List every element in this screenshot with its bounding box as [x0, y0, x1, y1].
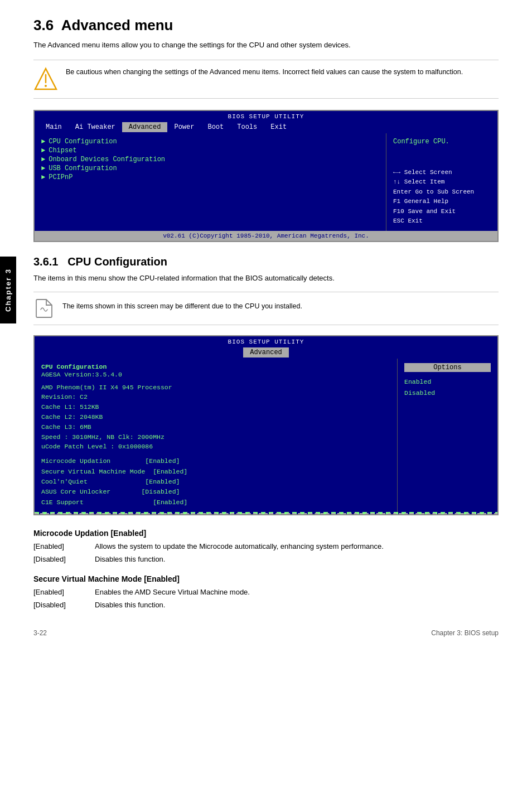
- arrow-icon-0: ►: [41, 138, 45, 146]
- svm-heading: Secure Virtual Machine Mode [Enabled]: [33, 574, 499, 583]
- bios-menu-item-1[interactable]: ► Chipset: [41, 147, 379, 154]
- arrow-icon-1: ►: [41, 147, 45, 154]
- key-goto-sub: Enter Go to Sub Screen: [393, 187, 491, 197]
- bios2-setting-1[interactable]: Secure Virtual Machine Mode [Enabled]: [41, 467, 390, 477]
- arrow-icon-3: ►: [41, 165, 45, 172]
- bios-menu-item-2[interactable]: ► Onboard Devices Configuration: [41, 156, 379, 163]
- bios-nav-boot[interactable]: Boot: [201, 122, 230, 132]
- bios2-option-disabled[interactable]: Disabled: [404, 388, 491, 399]
- svm-key-1: [Disabled]: [33, 600, 95, 611]
- bios2-cpu-config-label: CPU Configuration: [41, 363, 390, 370]
- bios-nav-advanced[interactable]: Advanced: [122, 122, 168, 132]
- bios2-left-panel: CPU Configuration AGESA Version:3.5.4.0 …: [35, 359, 397, 513]
- microcode-row-0: [Enabled] Allows the system to update th…: [33, 541, 499, 552]
- bios2-option-enabled[interactable]: Enabled: [404, 376, 491, 388]
- bios-nav-aitweaker[interactable]: Ai Tweaker: [69, 122, 122, 132]
- chapter-tab: Chapter 3: [0, 257, 16, 323]
- bios-menu-list: ► CPU Configuration ► Chipset ► Onboard …: [35, 133, 386, 231]
- note-text: The items shown in this screen may be di…: [62, 298, 302, 312]
- bios-nav-tools[interactable]: Tools: [230, 122, 264, 132]
- bios2-dashed-line: [35, 512, 497, 514]
- bios2-options-list: Enabled Disabled: [404, 376, 491, 399]
- key-esc-exit: ESC Exit: [393, 216, 491, 226]
- warning-text: Be cautious when changing the settings o…: [66, 67, 463, 78]
- bios2-options-header: Options: [404, 363, 491, 372]
- microcode-key-1: [Disabled]: [33, 554, 95, 565]
- footer-chapter-label: Chapter 3: BIOS setup: [431, 629, 499, 637]
- svm-val-0: Enables the AMD Secure Virtual Machine m…: [95, 587, 499, 598]
- arrow-icon-2: ►: [41, 156, 45, 163]
- bios-screen-2: BIOS SETUP UTILITY Advanced CPU Configur…: [33, 335, 499, 516]
- microcode-table: [Enabled] Allows the system to update th…: [33, 541, 499, 564]
- bios2-setting-0[interactable]: Microcode Updation [Enabled]: [41, 456, 390, 466]
- bios-nav-1: Main Ai Tweaker Advanced Power Boot Tool…: [35, 121, 497, 133]
- bios-nav-main[interactable]: Main: [39, 122, 69, 132]
- warning-icon: [33, 67, 58, 91]
- cpu-info-0: AMD Phenom(tm) II X4 945 Processor: [41, 383, 390, 393]
- bios2-right-panel: Options Enabled Disabled: [397, 359, 497, 513]
- warning-box: Be cautious when changing the settings o…: [33, 60, 499, 99]
- microcode-row-1: [Disabled] Disables this function.: [33, 554, 499, 565]
- cpu-info-6: uCode Patch Level : 0x1000086: [41, 442, 390, 452]
- svg-point-5: [45, 85, 47, 87]
- cpu-info-3: Cache L2: 2048KB: [41, 412, 390, 422]
- key-select-item: ↑↓ Select Item: [393, 177, 491, 187]
- bios-nav-power[interactable]: Power: [167, 122, 201, 132]
- svm-table: [Enabled] Enables the AMD Secure Virtual…: [33, 587, 499, 610]
- bios-header-1: BIOS SETUP UTILITY: [35, 111, 497, 121]
- microcode-val-0: Allows the system to update the Microcod…: [95, 541, 499, 552]
- svm-val-1: Disables this function.: [95, 600, 499, 611]
- svm-row-1: [Disabled] Disables this function.: [33, 600, 499, 611]
- bios-body-1: ► CPU Configuration ► Chipset ► Onboard …: [35, 133, 497, 231]
- subsection-description: The items in this menu show the CPU-rela…: [33, 273, 499, 284]
- microcode-key-0: [Enabled]: [33, 541, 95, 552]
- note-box: The items shown in this screen may be di…: [33, 292, 499, 325]
- microcode-section: Microcode Updation [Enabled] [Enabled] A…: [33, 529, 499, 564]
- bios-menu-item-3[interactable]: ► USB Configuration: [41, 165, 379, 172]
- bios2-body: CPU Configuration AGESA Version:3.5.4.0 …: [35, 359, 497, 513]
- bios-nav-exit[interactable]: Exit: [264, 122, 293, 132]
- bios-footer-1: v02.61 (C)Copyright 1985-2010, American …: [35, 231, 497, 241]
- bios-right-panel-1: Configure CPU. ←→ Select Screen ↑↓ Selec…: [386, 133, 497, 231]
- bios2-setting-3[interactable]: ASUS Core Unlocker [Disabled]: [41, 487, 390, 497]
- svm-row-0: [Enabled] Enables the AMD Secure Virtual…: [33, 587, 499, 598]
- cpu-info-1: Revision: C2: [41, 392, 390, 402]
- section-description: The Advanced menu items allow you to cha…: [33, 40, 499, 51]
- note-icon: [33, 298, 55, 319]
- bios-menu-item-4[interactable]: ► PCIPnP: [41, 173, 379, 181]
- bios2-header: BIOS SETUP UTILITY: [35, 336, 497, 346]
- bios-menu-item-0[interactable]: ► CPU Configuration: [41, 138, 379, 146]
- key-save-exit: F10 Save and Exit: [393, 207, 491, 217]
- cpu-info-2: Cache L1: 512KB: [41, 402, 390, 412]
- svm-section: Secure Virtual Machine Mode [Enabled] [E…: [33, 574, 499, 610]
- bios2-setting-4[interactable]: C1E Support [Enabled]: [41, 497, 390, 508]
- bios2-settings: Microcode Updation [Enabled] Secure Virt…: [41, 456, 390, 508]
- footer-page-number: 3-22: [33, 629, 47, 637]
- bios2-setting-2[interactable]: Cool'n'Quiet [Enabled]: [41, 477, 390, 487]
- svm-key-0: [Enabled]: [33, 587, 95, 598]
- subsection-heading: 3.6.1 CPU Configuration: [33, 255, 499, 268]
- page-footer: 3-22 Chapter 3: BIOS setup: [33, 627, 499, 637]
- arrow-icon-4: ►: [41, 173, 45, 181]
- key-general-help: F1 General Help: [393, 197, 491, 207]
- bios2-agesa-version: AGESA Version:3.5.4.0: [41, 371, 390, 378]
- section-heading: 3.6 Advanced menu: [33, 17, 499, 34]
- microcode-heading: Microcode Updation [Enabled]: [33, 529, 499, 538]
- bios-right-keys: ←→ Select Screen ↑↓ Select Item Enter Go…: [393, 168, 491, 227]
- cpu-info-4: Cache L3: 6MB: [41, 422, 390, 432]
- bios2-nav: Advanced: [35, 346, 497, 359]
- microcode-val-1: Disables this function.: [95, 554, 499, 565]
- bios2-nav-advanced[interactable]: Advanced: [243, 347, 289, 357]
- bios-screen-1: BIOS SETUP UTILITY Main Ai Tweaker Advan…: [33, 110, 499, 243]
- key-select-screen: ←→ Select Screen: [393, 168, 491, 178]
- bios2-cpu-info: AMD Phenom(tm) II X4 945 Processor Revis…: [41, 383, 390, 452]
- bios-right-desc: Configure CPU.: [393, 138, 491, 146]
- cpu-info-5: Speed : 3010MHz, NB Clk: 2000MHz: [41, 432, 390, 442]
